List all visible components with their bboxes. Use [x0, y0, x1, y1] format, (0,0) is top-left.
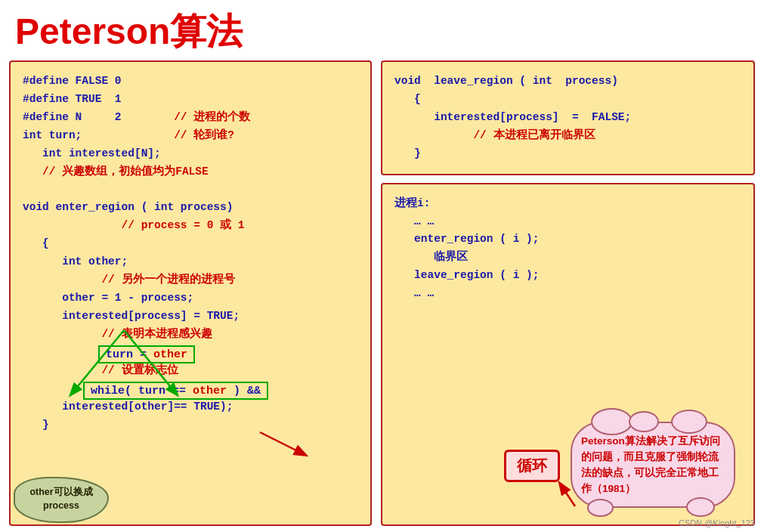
- cloud-bump-3: [671, 410, 707, 434]
- loop-badge: 循环: [504, 450, 560, 482]
- svg-line-2: [260, 432, 305, 455]
- other-cloud-text: other可以换成 process: [29, 487, 92, 511]
- cloud-bump-1: [591, 408, 633, 435]
- watermark: CSDN @Kinght_123: [679, 518, 755, 527]
- turn-other-annotation: turn = other: [98, 345, 195, 363]
- rb-line-1: 进程i:: [394, 195, 741, 213]
- code-spacer-1: [23, 181, 358, 200]
- rb-line-2: … …: [394, 213, 741, 231]
- code-line-19: interested[other]== TRUE);: [23, 398, 358, 416]
- page-title: Peterson算法: [0, 0, 764, 60]
- code-line-6: // 兴趣数组，初始值均为FALSE: [23, 163, 358, 181]
- code-line-5: int interested[N];: [23, 145, 358, 163]
- rt-line-4: // 本进程已离开临界区: [394, 127, 741, 145]
- code-line-12: // 另外一个进程的进程号: [23, 271, 358, 289]
- rb-line-5: leave_region ( i );: [394, 267, 741, 285]
- code-line-8: void enter_region ( int process): [23, 199, 358, 217]
- other-process-cloud: other可以换成 process: [14, 477, 109, 523]
- code-line-13: other = 1 - process;: [23, 289, 358, 308]
- cloud-bump-2: [629, 411, 659, 432]
- rb-line-6: … …: [394, 285, 741, 303]
- right-bottom-inner: 进程i: … … enter_region ( i ); 临界区 leave_r…: [394, 195, 741, 514]
- code-line-20: }: [23, 416, 358, 435]
- code-line-4: int turn; // 轮到谁?: [23, 127, 358, 145]
- rt-line-5: }: [394, 145, 741, 163]
- code-line-11: int other;: [23, 253, 358, 271]
- cloud-text: Peterson算法解决了互斥访问的问题，而且克服了强制轮流法的缺点，可以完全正…: [581, 434, 725, 497]
- cloud-body: Peterson算法解决了互斥访问的问题，而且克服了强制轮流法的缺点，可以完全正…: [571, 422, 735, 508]
- right-top-panel: void leave_region ( int process) { inter…: [381, 60, 755, 175]
- code-line-3: #define N 2 // 进程的个数: [23, 109, 358, 127]
- rt-line-3: interested[process] = FALSE;: [394, 109, 741, 127]
- rb-line-3: enter_region ( i );: [394, 230, 741, 249]
- while-line-container: while( turn == other ) && while( turn ==…: [23, 380, 358, 398]
- code-line-2: #define TRUE 1: [23, 91, 358, 109]
- rt-line-1: void leave_region ( int process): [394, 73, 741, 91]
- right-bottom-panel: 进程i: … … enter_region ( i ); 临界区 leave_r…: [381, 183, 755, 526]
- left-panel: #define FALSE 0 #define TRUE 1 #define N…: [9, 60, 372, 526]
- code-line-10: {: [23, 235, 358, 253]
- code-line-14: interested[process] = TRUE;: [23, 308, 358, 326]
- main-content: #define FALSE 0 #define TRUE 1 #define N…: [0, 60, 764, 532]
- code-line-17: // 设置标志位: [23, 362, 358, 380]
- turn-line-container: turn = other; turn = other: [23, 344, 358, 362]
- cloud-bump-4: [587, 499, 614, 517]
- cloud-bump-5: [686, 497, 715, 517]
- cloud-container: Peterson算法解决了互斥访问的问题，而且克服了强制轮流法的缺点，可以完全正…: [571, 422, 735, 508]
- code-line-15: // 表明本进程感兴趣: [23, 326, 358, 344]
- code-line-9: // process = 0 或 1: [23, 217, 358, 235]
- rt-line-2: {: [394, 91, 741, 109]
- right-panel: void leave_region ( int process) { inter…: [381, 60, 755, 526]
- while-annotation: while( turn == other ) &&: [83, 382, 268, 400]
- rb-line-4: 临界区: [394, 249, 741, 267]
- code-line-1: #define FALSE 0: [23, 73, 358, 91]
